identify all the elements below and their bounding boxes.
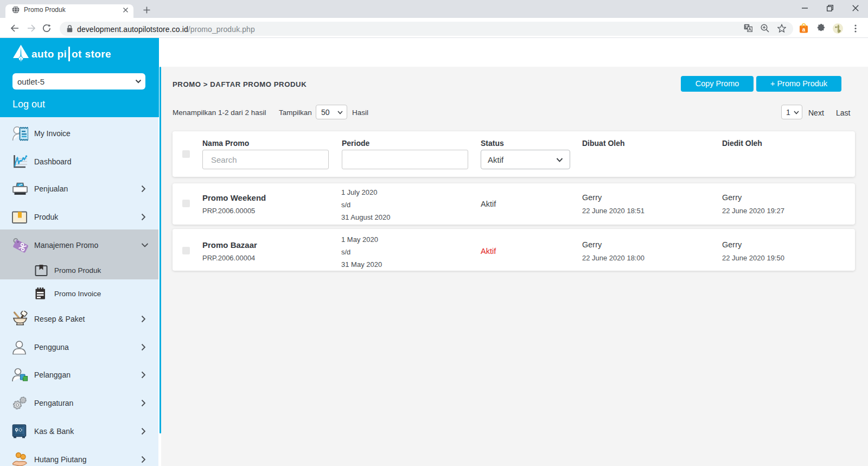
svg-text:a: a — [802, 27, 806, 33]
